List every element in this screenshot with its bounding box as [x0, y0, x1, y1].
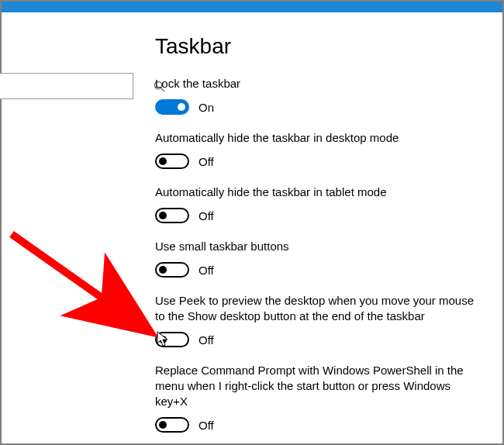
toggle-state-label: Off	[198, 333, 214, 347]
setting-label: Use Peek to preview the desktop when you…	[155, 293, 481, 324]
toggle-state-label: Off	[198, 419, 214, 432]
search-box[interactable]	[0, 73, 133, 99]
toggle-small-buttons[interactable]	[155, 262, 189, 278]
toggle-state-label: Off	[198, 155, 214, 168]
toggle-state-label: On	[198, 101, 214, 114]
toggle-replace-cmd[interactable]	[155, 417, 189, 433]
setting-label: Lock the taskbar	[155, 76, 481, 91]
window-titlebar	[2, 2, 502, 12]
setting-label: Replace Command Prompt with Windows Powe…	[155, 363, 481, 409]
annotation-arrow	[8, 229, 171, 354]
setting-label: Use small taskbar buttons	[155, 239, 481, 254]
setting-replace-cmd: Replace Command Prompt with Windows Powe…	[155, 363, 495, 433]
setting-label: Automatically hide the taskbar in tablet…	[155, 185, 481, 200]
toggle-lock-taskbar[interactable]	[155, 99, 189, 115]
toggle-state-label: Off	[198, 264, 214, 277]
page-title: Taskbar	[155, 34, 495, 59]
setting-peek-preview: Use Peek to preview the desktop when you…	[155, 293, 495, 347]
setting-autohide-desktop: Automatically hide the taskbar in deskto…	[155, 130, 495, 169]
toggle-state-label: Off	[198, 209, 214, 222]
svg-line-2	[12, 234, 146, 329]
setting-lock-taskbar: Lock the taskbar On	[155, 76, 495, 115]
toggle-autohide-tablet[interactable]	[155, 208, 189, 223]
search-input[interactable]	[0, 79, 154, 94]
toggle-autohide-desktop[interactable]	[155, 154, 189, 169]
setting-small-buttons: Use small taskbar buttons Off	[155, 239, 495, 278]
setting-label: Automatically hide the taskbar in deskto…	[155, 130, 481, 146]
toggle-peek-preview[interactable]	[155, 332, 189, 347]
setting-autohide-tablet: Automatically hide the taskbar in tablet…	[155, 185, 495, 223]
